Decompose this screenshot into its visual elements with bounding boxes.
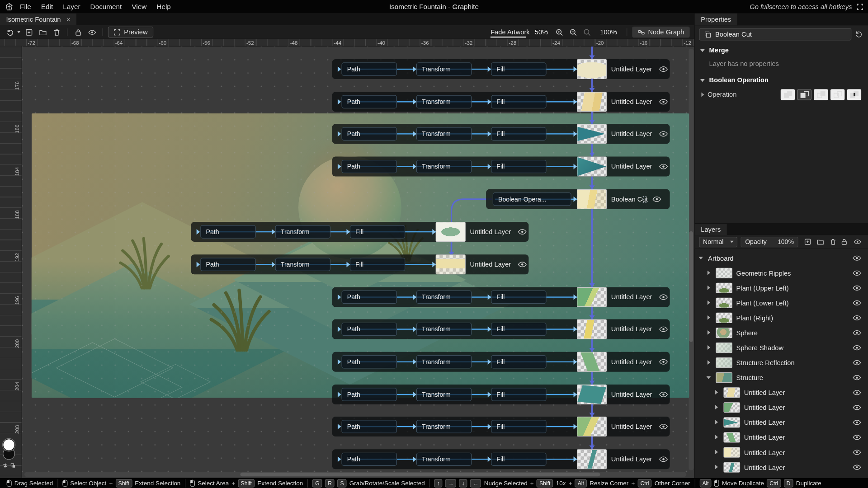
drag-handle-icon[interactable] [642, 195, 647, 203]
chevron-right-icon[interactable] [707, 271, 712, 276]
boolean-op-union-button[interactable] [781, 89, 795, 100]
chevron-right-icon[interactable] [707, 300, 712, 305]
layer-visibility-eye[interactable] [853, 254, 862, 262]
node-fill[interactable]: Fill [491, 355, 546, 368]
layer-name[interactable]: Untitled Layer [611, 287, 652, 307]
layer-visibility-eye[interactable] [853, 328, 862, 337]
layer-visibility-eye[interactable] [659, 293, 668, 302]
blend-mode-select[interactable]: Normal [699, 236, 737, 247]
node-transform[interactable]: Transform [275, 258, 330, 271]
node-fill[interactable]: Fill [491, 323, 546, 336]
node-path[interactable]: Path [342, 95, 397, 108]
menu-help[interactable]: Help [152, 2, 175, 12]
swap-colors-icon[interactable] [3, 463, 8, 468]
layer-row-untitled-layer[interactable]: Untitled Layer [695, 445, 868, 460]
layer-visibility-eye[interactable] [518, 260, 527, 269]
fullscreen-icon[interactable] [856, 3, 863, 10]
layer-visibility-eye[interactable] [853, 299, 862, 307]
layer-visibility-eye[interactable] [853, 284, 862, 292]
menu-document[interactable]: Document [86, 2, 126, 12]
layer-visibility-eye[interactable] [659, 65, 668, 74]
fade-artwork-slider[interactable]: Fade Artwork 50% [487, 27, 552, 37]
layer-row-sphere-shadow[interactable]: Sphere Shadow [695, 340, 868, 355]
layer-row-structure-reflection[interactable]: Structure Reflection [695, 355, 868, 370]
node-transform[interactable]: Transform [275, 225, 330, 238]
node-path[interactable]: Path [342, 160, 397, 173]
layer-name[interactable]: Untitled Layer [611, 352, 652, 372]
new-folder-icon[interactable] [816, 238, 824, 246]
node-transform[interactable]: Transform [416, 62, 472, 75]
layer-thumbnail[interactable] [577, 157, 607, 177]
layer-name[interactable]: Untitled Layer [470, 254, 511, 274]
horizontal-scroll-handle[interactable] [240, 473, 600, 477]
lock-icon[interactable] [72, 27, 83, 37]
node-path[interactable]: Path [342, 420, 397, 433]
layer-thumbnail[interactable] [577, 352, 607, 372]
chevron-down-icon[interactable] [699, 256, 704, 261]
layer-name[interactable]: Untitled Layer [611, 92, 652, 112]
node-transform[interactable]: Transform [416, 420, 472, 433]
lock-icon[interactable] [840, 238, 848, 246]
layer-name[interactable]: Untitled Layer [611, 319, 652, 339]
layer-visibility-eye[interactable] [659, 455, 668, 464]
node-transform[interactable]: Transform [416, 127, 472, 141]
layer-thumbnail[interactable] [577, 189, 607, 209]
history-dropdown-caret-icon[interactable] [17, 31, 20, 33]
layer-row-untitled-layer[interactable]: Untitled Layer [695, 460, 868, 475]
node-path[interactable]: Path [200, 225, 255, 238]
chevron-right-icon[interactable] [715, 390, 720, 395]
tab-properties[interactable]: Properties [695, 13, 737, 25]
layer-row-geometric-ripples[interactable]: Geometric Ripples [695, 266, 868, 281]
layer-row-structure[interactable]: Structure [695, 370, 868, 385]
layer-thumbnail[interactable] [577, 287, 607, 307]
delete-layer-icon[interactable] [829, 238, 837, 246]
layer-visibility-eye[interactable] [853, 389, 862, 397]
history-icon[interactable] [5, 27, 15, 37]
node-fill[interactable]: Fill [491, 388, 546, 401]
layer-visibility-eye[interactable] [659, 357, 668, 366]
layer-thumbnail[interactable] [577, 449, 607, 469]
layer-row-plant-upper-left-[interactable]: Plant (Upper Left) [695, 281, 868, 296]
node-fill[interactable]: Fill [350, 225, 405, 238]
visibility-eye-icon[interactable] [854, 238, 861, 246]
node-boolean-operation[interactable]: Boolean Opera... [493, 192, 571, 206]
new-layer-icon[interactable] [804, 238, 811, 246]
layer-row-plant-right-[interactable]: Plant (Right) [695, 310, 868, 325]
chevron-right-icon[interactable] [707, 330, 712, 335]
boolean-op-subtract-back-button[interactable] [814, 89, 828, 100]
layer-visibility-eye[interactable] [853, 448, 862, 456]
zoom-out-icon[interactable] [568, 27, 579, 37]
opacity-field[interactable]: Opacity 100% [741, 236, 798, 247]
zoom-in-icon[interactable] [554, 27, 565, 37]
node-fill[interactable]: Fill [491, 160, 546, 173]
menu-edit[interactable]: Edit [37, 2, 57, 12]
layer-thumbnail[interactable] [577, 59, 607, 79]
boolean-op-intersect-button[interactable] [830, 89, 845, 100]
layer-name[interactable]: Untitled Layer [611, 157, 652, 177]
chevron-right-icon[interactable] [715, 405, 720, 410]
node-path[interactable]: Path [342, 323, 397, 336]
node-transform[interactable]: Transform [416, 291, 472, 304]
fullscreen-hint[interactable]: Go fullscreen to access all hotkeys [750, 3, 863, 10]
chevron-down-icon[interactable] [707, 375, 712, 380]
node-fill[interactable]: Fill [491, 453, 546, 466]
chevron-right-icon[interactable] [715, 435, 720, 440]
chevron-right-icon[interactable] [707, 345, 712, 350]
layer-name[interactable]: Untitled Layer [611, 417, 652, 436]
visibility-eye-icon[interactable] [86, 27, 97, 37]
layer-visibility-eye[interactable] [853, 269, 862, 277]
boolean-op-difference-button[interactable] [847, 89, 861, 100]
tab-layers[interactable]: Layers [695, 224, 727, 235]
chevron-right-icon[interactable] [707, 315, 712, 320]
layer-visibility-eye[interactable] [853, 418, 862, 427]
layer-visibility-eye[interactable] [853, 358, 862, 366]
selected-layer-field[interactable]: Boolean Cut [699, 28, 852, 40]
chevron-right-icon[interactable] [715, 420, 720, 425]
layer-visibility-eye[interactable] [853, 404, 862, 412]
node-path[interactable]: Path [342, 453, 397, 466]
layer-visibility-eye[interactable] [659, 98, 668, 107]
primary-color-swatch[interactable] [3, 439, 15, 451]
layer-visibility-eye[interactable] [659, 162, 668, 171]
node-graph-canvas[interactable]: PathTransformFillUntitled LayerPathTrans… [22, 47, 694, 478]
canvas-horizontal-scrollbar[interactable] [24, 472, 686, 477]
